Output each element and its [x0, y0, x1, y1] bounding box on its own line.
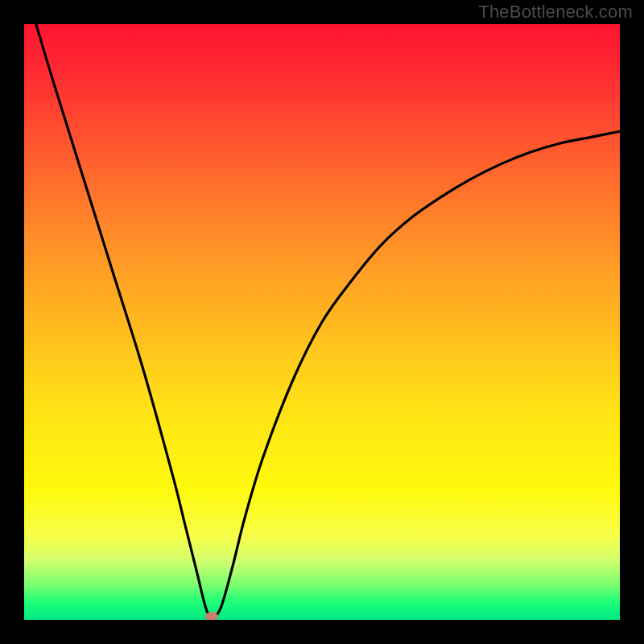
min-marker	[205, 612, 218, 620]
plot-area	[24, 24, 620, 620]
attribution-text: TheBottleneck.com	[478, 2, 633, 23]
curve-svg	[24, 24, 620, 620]
bottleneck-curve	[36, 24, 620, 617]
chart-frame: TheBottleneck.com	[0, 0, 644, 644]
